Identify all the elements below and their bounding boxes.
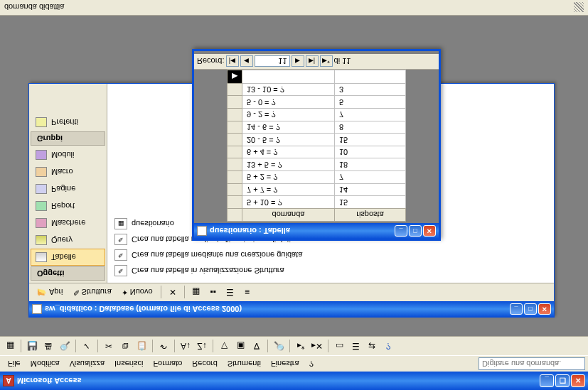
- table-row[interactable]: 5 + 2 = ?7: [228, 171, 406, 184]
- cell-risposta[interactable]: 15: [335, 134, 406, 146]
- app-minimize-button[interactable]: _: [540, 374, 554, 387]
- app-restore-button[interactable]: ❐: [555, 374, 570, 387]
- undo-icon[interactable]: ↶: [156, 339, 171, 353]
- row-selector-current[interactable]: ▶: [228, 70, 242, 84]
- tablewin-maximize-button[interactable]: □: [409, 225, 422, 237]
- cell-risposta[interactable]: [335, 70, 406, 84]
- print-icon[interactable]: 🖶: [41, 339, 55, 353]
- sidebar-item-maschere[interactable]: Maschere: [31, 215, 105, 232]
- nav-first-button[interactable]: |◀: [226, 56, 239, 67]
- row-selector[interactable]: [228, 183, 242, 196]
- list-item[interactable]: ✎Crea una tabella mediante una creazione…: [112, 247, 550, 263]
- list-item[interactable]: ✎Crea una tabella in visualizzazione Str…: [112, 263, 550, 278]
- select-all-cell[interactable]: [228, 209, 242, 222]
- filter-form-icon[interactable]: ▣: [233, 339, 247, 353]
- row-selector[interactable]: [228, 83, 242, 96]
- cell-risposta[interactable]: 7: [335, 171, 406, 184]
- row-selector[interactable]: [228, 171, 242, 184]
- details-icon[interactable]: ≡: [240, 286, 255, 300]
- menu-visualizza[interactable]: Visualizza: [65, 357, 109, 370]
- sort-asc-icon[interactable]: A↓: [178, 339, 193, 353]
- table-row[interactable]: 5 - 0 = ?5: [228, 96, 406, 109]
- copy-icon[interactable]: ⧉: [118, 339, 132, 353]
- nav-new-button[interactable]: ▶*: [320, 56, 333, 67]
- menu-record[interactable]: Record: [187, 357, 222, 370]
- cell-domanda[interactable]: 6 + 4 = ?: [242, 146, 335, 158]
- cell-risposta[interactable]: 3: [335, 83, 406, 96]
- props-icon[interactable]: ☰: [348, 339, 363, 353]
- col-header-domanda[interactable]: domanda: [242, 209, 335, 222]
- cell-domanda[interactable]: 5 + 10 = ?: [242, 196, 335, 209]
- help-icon[interactable]: ?: [381, 339, 395, 353]
- cell-domanda[interactable]: 14 - 6 = ?: [242, 121, 335, 134]
- sidebar-item-pagine[interactable]: Pagine: [31, 180, 105, 197]
- cell-domanda[interactable]: 20 - 5 = ?: [242, 134, 335, 146]
- dbwin-close-button[interactable]: ✕: [538, 303, 551, 315]
- cell-risposta[interactable]: 5: [335, 96, 406, 109]
- table-row[interactable]: 7 + 7 = ?14: [228, 183, 406, 196]
- cell-domanda[interactable]: 13 - 10 = ?: [242, 83, 335, 96]
- row-selector[interactable]: [228, 96, 242, 109]
- preview-icon[interactable]: 🔍: [58, 339, 72, 353]
- sidebar-item-query[interactable]: Query: [31, 232, 105, 249]
- sidebar-item-report[interactable]: Report: [31, 197, 105, 215]
- save-icon[interactable]: 💾: [25, 339, 39, 353]
- menu-modifica[interactable]: Modifica: [26, 357, 65, 370]
- table-row[interactable]: 13 + 5 = ?18: [228, 158, 406, 171]
- tablewin-close-button[interactable]: ✕: [423, 225, 436, 237]
- table-row[interactable]: 13 - 10 = ?3: [228, 83, 406, 96]
- cell-domanda[interactable]: 13 + 5 = ?: [242, 158, 335, 171]
- filter-toggle-icon[interactable]: ∇: [250, 339, 264, 353]
- table-row[interactable]: 5 + 10 = ?15: [228, 196, 406, 209]
- menu-formato[interactable]: Formato: [148, 357, 187, 370]
- nav-prev-button[interactable]: ◀: [240, 56, 253, 67]
- cut-icon[interactable]: ✂: [102, 339, 116, 353]
- cell-domanda[interactable]: 5 + 2 = ?: [242, 171, 335, 184]
- sidebar-item-tabelle[interactable]: Tabelle: [31, 249, 105, 266]
- nav-last-button[interactable]: ▶|: [306, 56, 319, 67]
- cell-risposta[interactable]: 10: [335, 146, 406, 158]
- cell-risposta[interactable]: 18: [335, 158, 406, 171]
- row-selector[interactable]: [228, 109, 242, 121]
- cell-domanda[interactable]: 9 - 2 = ?: [242, 109, 335, 121]
- cell-risposta[interactable]: 15: [335, 196, 406, 209]
- menu-strumenti[interactable]: Strumenti: [223, 357, 266, 370]
- dbwin-design-button[interactable]: ✎Struttura: [70, 286, 115, 298]
- cell-domanda[interactable]: 5 - 0 = ?: [242, 96, 335, 109]
- sort-desc-icon[interactable]: Z↓: [195, 339, 209, 353]
- table-row[interactable]: 9 - 2 = ?7: [228, 109, 406, 121]
- cell-domanda[interactable]: [242, 70, 335, 84]
- find-icon[interactable]: 🔎: [272, 339, 286, 353]
- large-icons-icon[interactable]: ▦: [189, 286, 203, 300]
- menu-finestra[interactable]: Finestra: [266, 357, 304, 370]
- cell-risposta[interactable]: 8: [335, 121, 406, 134]
- record-number-input[interactable]: [255, 56, 290, 67]
- app-close-button[interactable]: ✕: [571, 374, 585, 387]
- tablewin-minimize-button[interactable]: _: [395, 225, 407, 237]
- datasheet-grid[interactable]: domanda risposta 5 + 10 = ?157 + 7 = ?14…: [227, 70, 406, 222]
- row-selector[interactable]: [228, 121, 242, 134]
- table-row[interactable]: 6 + 4 = ?10: [228, 146, 406, 158]
- spell-icon[interactable]: ✓: [80, 339, 94, 353]
- newrec-icon[interactable]: ▸*: [294, 339, 308, 353]
- sidebar-item-macro[interactable]: Macro: [31, 163, 105, 180]
- paste-icon[interactable]: 📋: [134, 339, 149, 353]
- menu-file[interactable]: File: [3, 357, 26, 370]
- nav-next-button[interactable]: ▶: [292, 56, 304, 67]
- table-row-new[interactable]: ▶: [228, 70, 406, 84]
- table-row[interactable]: 14 - 6 = ?8: [228, 121, 406, 134]
- table-row[interactable]: 20 - 5 = ?15: [228, 134, 406, 146]
- sidebar-item-preferiti[interactable]: Preferiti: [31, 114, 105, 131]
- cell-risposta[interactable]: 7: [335, 109, 406, 121]
- sidebar-item-moduli[interactable]: Moduli: [31, 146, 105, 163]
- view-icon[interactable]: ▦: [3, 339, 17, 353]
- menu-inserisci[interactable]: Inserisci: [109, 357, 148, 370]
- row-selector[interactable]: [228, 158, 242, 171]
- menu-help[interactable]: ?: [304, 357, 319, 370]
- filter-sel-icon[interactable]: ▽: [217, 339, 231, 353]
- list-icon[interactable]: ☰: [223, 286, 237, 300]
- row-selector[interactable]: [228, 134, 242, 146]
- col-header-risposta[interactable]: risposta: [335, 209, 406, 222]
- window-icon[interactable]: ▭: [332, 339, 346, 353]
- row-selector[interactable]: [228, 196, 242, 209]
